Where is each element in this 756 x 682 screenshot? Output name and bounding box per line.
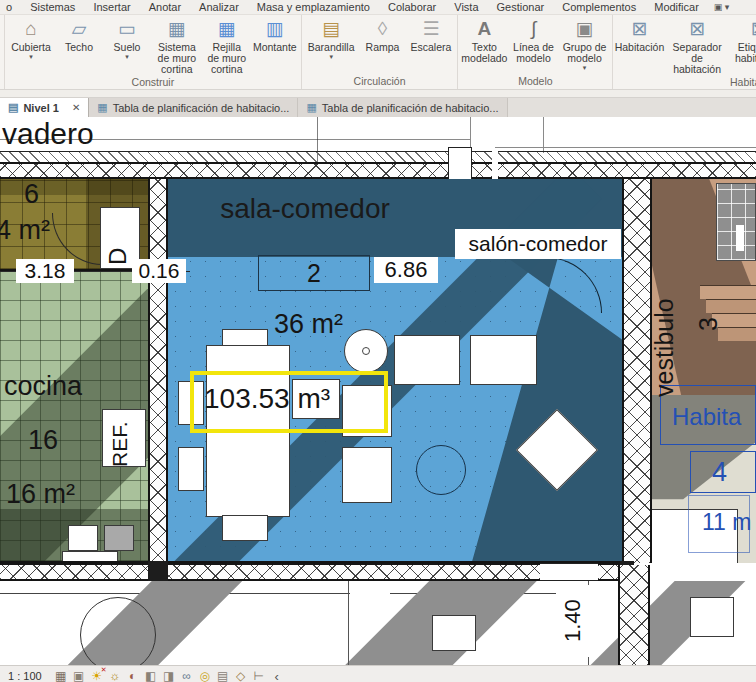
wall[interactable] xyxy=(618,565,650,665)
separador-habitacion-button[interactable]: ⊠ Separador de habitación xyxy=(663,15,730,75)
panel-construir: ⌂ Cubierta ▾ ▱ Techo ▭ Suelo ▾ ▦ Sistema… xyxy=(5,15,302,89)
etiquetar-habitacion-button[interactable]: ⊠ Etiquetar habitación ▾ xyxy=(731,15,756,71)
closet-door xyxy=(736,225,744,251)
outdoor-chair[interactable] xyxy=(432,615,476,651)
displaced-elements-icon[interactable]: ◇ xyxy=(233,669,249,682)
armchair[interactable] xyxy=(470,335,537,385)
panel-label-construir[interactable]: Construir xyxy=(7,75,299,90)
escalera-button[interactable]: ☰ Escalera xyxy=(406,15,455,53)
collapse-icon[interactable]: ‹ xyxy=(269,669,285,682)
temporary-hide-isolate-icon[interactable]: ∞ xyxy=(179,669,195,682)
scale-button[interactable]: 1 : 100 xyxy=(0,670,52,682)
chair[interactable] xyxy=(68,525,98,551)
chair[interactable] xyxy=(342,447,392,503)
reveal-hidden-elements-icon[interactable]: ◎ xyxy=(197,669,213,682)
column[interactable] xyxy=(448,147,472,181)
linea-de-modelo-button[interactable]: ∫ Línea de modelo xyxy=(508,15,558,64)
habitacion-room-area[interactable]: 11 m xyxy=(702,509,751,536)
barandilla-button[interactable]: ▤ Barandilla ▾ xyxy=(304,15,359,60)
dimension-318[interactable]: 3.18 xyxy=(16,259,74,283)
ribbon-tab-colaborar[interactable]: Colaborar xyxy=(379,1,445,13)
cocina-room-area[interactable]: 16 m² xyxy=(6,479,75,510)
panel-label-habitacion-y-area[interactable]: Habitación y área ▾ xyxy=(615,75,756,90)
rampa-button[interactable]: ◊ Rampa xyxy=(358,15,406,53)
sun-path-icon[interactable]: ☀✕ xyxy=(89,669,105,682)
habitacion-room-name[interactable]: Habita xyxy=(672,403,741,431)
wall[interactable] xyxy=(0,563,540,581)
lavadero-room-number[interactable]: 6 xyxy=(24,179,39,210)
mullion-icon: ▥ xyxy=(266,18,284,42)
ribbon-tab-complementos[interactable]: Complementos xyxy=(553,1,645,13)
kitchen-table[interactable] xyxy=(62,551,118,563)
dimension-016[interactable]: 0.16 xyxy=(132,259,186,283)
wall[interactable] xyxy=(148,179,168,563)
schedule-table-icon: ▦ xyxy=(306,101,316,114)
habitacion-room-number[interactable]: 4 xyxy=(712,457,727,488)
ribbon-tab-anotar[interactable]: Anotar xyxy=(140,1,190,13)
railing-icon: ▤ xyxy=(322,18,340,42)
ribbon-display-options-icon[interactable]: ▣ ▾ xyxy=(714,2,730,12)
sistema-muro-cortina-button[interactable]: ▦ Sistema de muro cortina xyxy=(151,15,203,75)
sala-room-volume[interactable]: 103.53 m³ xyxy=(204,383,330,415)
column[interactable] xyxy=(148,561,168,583)
grupo-de-modelo-button[interactable]: ▣ Grupo de modelo ▾ xyxy=(559,15,611,71)
window[interactable] xyxy=(540,563,598,581)
techo-button[interactable]: ▱ Techo xyxy=(55,15,103,53)
drawing-area[interactable]: D REF. xyxy=(0,117,756,665)
dimension-686[interactable]: 6.86 xyxy=(374,257,438,283)
chair[interactable] xyxy=(222,515,268,541)
habitacion-button[interactable]: ⊠ Habitación xyxy=(615,15,663,53)
exterior-curve xyxy=(80,597,156,665)
panel-label-modelo[interactable]: Modelo xyxy=(460,74,610,89)
cubierta-button[interactable]: ⌂ Cubierta ▾ xyxy=(7,15,55,60)
ribbon-tab-vista[interactable]: Vista xyxy=(445,1,487,13)
view-tab-tabla-2[interactable]: ▦ Tabla de planificación de habitacio... xyxy=(298,98,507,117)
view-tab-tabla-1[interactable]: ▦ Tabla de planificación de habitacio... xyxy=(89,98,298,117)
temporary-view-properties-icon[interactable]: ▤ xyxy=(215,669,231,682)
outdoor-chair[interactable] xyxy=(690,597,734,637)
wall[interactable] xyxy=(622,179,652,563)
chair[interactable] xyxy=(104,525,134,551)
ribbon-tab-analizar[interactable]: Analizar xyxy=(190,1,248,13)
ribbon-tab-partial[interactable]: o xyxy=(0,1,21,13)
crop-view-icon[interactable]: ◧ xyxy=(143,669,159,682)
cocina-room-name[interactable]: cocina xyxy=(4,371,82,402)
wall[interactable] xyxy=(0,162,492,179)
ribbon-tab-gestionar[interactable]: Gestionar xyxy=(488,1,554,13)
reveal-constraints-icon[interactable]: ⊢ xyxy=(251,669,267,682)
armchair[interactable] xyxy=(394,335,460,385)
shadows-icon[interactable]: ☼ xyxy=(107,669,123,682)
wall[interactable] xyxy=(498,162,756,179)
sala-room-name[interactable]: sala-comedor xyxy=(190,193,420,225)
salon-comedor-tag[interactable]: salón-comedor xyxy=(455,229,621,259)
view-tab-nivel-1[interactable]: ▤ Nivel 1 ✕ xyxy=(0,98,89,117)
ceiling-icon: ▱ xyxy=(72,18,87,42)
sala-room-area[interactable]: 36 m² xyxy=(274,309,343,340)
show-crop-region-icon[interactable]: ◨ xyxy=(161,669,177,682)
model-text-icon: A xyxy=(478,18,492,42)
suelo-button[interactable]: ▭ Suelo ▾ xyxy=(103,15,151,60)
cocina-room-number[interactable]: 16 xyxy=(28,425,58,456)
montante-button[interactable]: ▥ Montante xyxy=(251,15,299,53)
ribbon-tab-masa-y-emplazamiento[interactable]: Masa y emplazamiento xyxy=(248,1,379,13)
chair[interactable] xyxy=(178,447,204,491)
view-tab-label: Tabla de planificación de habitacio... xyxy=(113,102,290,114)
detail-level-icon[interactable]: ▦ xyxy=(53,669,69,682)
sala-room-number[interactable]: 2 xyxy=(258,259,370,288)
door-tag[interactable]: D xyxy=(104,213,132,265)
panel-label-circulacion[interactable]: Circulación xyxy=(304,74,456,89)
lavadero-room-name[interactable]: vadero xyxy=(2,117,94,151)
floor-plan-icon: ▤ xyxy=(8,101,18,114)
dimension-140[interactable]: 1.40 xyxy=(556,585,590,657)
ribbon-tab-sistemas[interactable]: Sistemas xyxy=(21,1,84,13)
ribbon-tab-modificar[interactable]: Modificar xyxy=(645,1,708,13)
vestibulo-room-name[interactable]: vestibulo xyxy=(650,211,679,397)
close-icon[interactable]: ✕ xyxy=(72,102,80,113)
lavadero-room-area[interactable]: 4 m² xyxy=(0,215,50,246)
vestibulo-room-number[interactable]: 3 xyxy=(694,295,723,331)
show-rendering-icon[interactable]: ◐ xyxy=(125,669,141,682)
texto-modelado-button[interactable]: A Texto modelado xyxy=(460,15,508,64)
ribbon-tab-insertar[interactable]: Insertar xyxy=(84,1,139,13)
rejilla-muro-cortina-button[interactable]: ▦ Rejilla de muro cortina xyxy=(203,15,251,75)
visual-style-icon[interactable]: ▣ xyxy=(71,669,87,682)
